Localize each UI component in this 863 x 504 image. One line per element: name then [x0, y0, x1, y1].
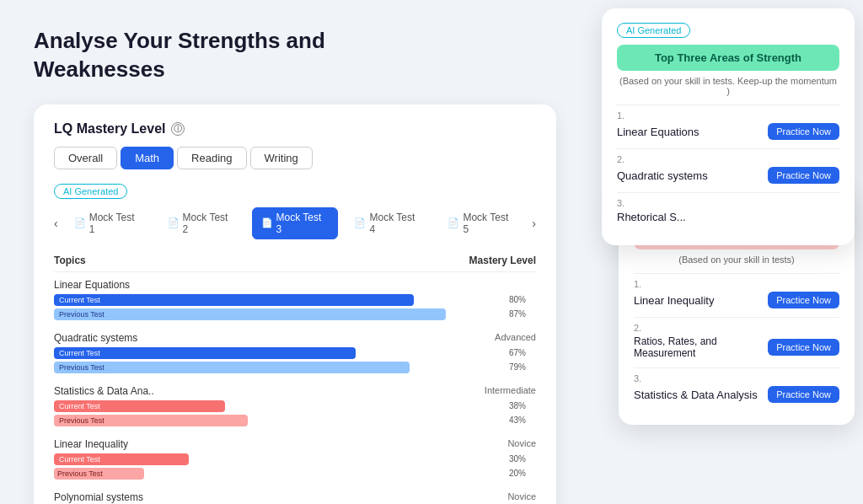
- list-item: 2. Quadratic systems Practice Now: [617, 154, 839, 184]
- subject-tabs: Overall Math Reading Writing: [54, 147, 536, 169]
- test-tab-4[interactable]: 📄 Mock Test 4: [345, 207, 432, 239]
- doc-icon-1: 📄: [74, 217, 86, 228]
- topic-level: Advanced: [495, 332, 536, 344]
- doc-icon-4: 📄: [354, 217, 366, 228]
- list-item: 1. Linear Equations Practice Now: [617, 110, 839, 140]
- list-item: 1. Linear Inequality Practice Now: [634, 279, 839, 308]
- strength-subtitle: (Based on your skill in tests. Keep-up t…: [617, 76, 839, 96]
- tab-reading[interactable]: Reading: [177, 147, 246, 169]
- ai-generated-badge: AI Generated: [54, 184, 127, 199]
- doc-icon-2: 📄: [168, 217, 180, 228]
- list-item: 3. Rhetorical S...: [617, 198, 839, 223]
- topic-level: Novice: [507, 491, 536, 503]
- mastery-table: Linear Equations Current Test 80%: [54, 279, 536, 504]
- previous-bar-row: Previous Test 87%: [54, 308, 536, 320]
- topic-level: Intermediate: [485, 385, 536, 397]
- tab-overall[interactable]: Overall: [54, 147, 117, 169]
- table-header: Topics Mastery Level: [54, 249, 536, 272]
- lq-mastery-title: LQ Mastery Level ⓘ: [54, 121, 536, 137]
- topic-level: Novice: [507, 438, 536, 450]
- test-tab-5[interactable]: 📄 Mock Test 5: [438, 207, 525, 239]
- item-number: 2.: [634, 323, 839, 333]
- topic-name: Linear Inequality: [54, 438, 128, 450]
- doc-icon-5: 📄: [448, 217, 459, 228]
- item-number: 3.: [617, 198, 839, 208]
- current-bar-row: Current Test 80%: [54, 294, 536, 306]
- next-test-arrow[interactable]: ›: [532, 217, 536, 230]
- item-number: 1.: [634, 279, 839, 289]
- topic-name: Polynomial systems: [54, 491, 143, 503]
- practice-now-button[interactable]: Practice Now: [768, 292, 839, 308]
- practice-now-button[interactable]: Practice Now: [768, 123, 839, 140]
- practice-now-button[interactable]: Practice Now: [768, 386, 839, 403]
- table-row: Quadratic systems Advanced Current Test …: [54, 332, 536, 373]
- item-name: Linear Inequality: [634, 294, 714, 307]
- list-item: 2. Ratios, Rates, and Measurement Practi…: [634, 323, 839, 359]
- item-name: Statistics & Data Analysis: [634, 389, 758, 401]
- previous-pct: 87%: [509, 309, 536, 319]
- strength-ai-badge: AI Generated: [617, 23, 690, 38]
- main-card: LQ Mastery Level ⓘ Overall Math Reading …: [34, 105, 556, 504]
- current-pct: 80%: [509, 295, 536, 304]
- item-number: 2.: [617, 154, 839, 164]
- practice-now-button[interactable]: Practice Now: [768, 167, 839, 184]
- topic-name: Linear Equations: [54, 279, 130, 291]
- item-name: Rhetorical S...: [617, 211, 686, 223]
- prev-test-arrow[interactable]: ‹: [54, 217, 58, 230]
- test-navigation: ‹ 📄 Mock Test 1 📄 Mock Test 2 📄 Mock Tes…: [54, 207, 536, 239]
- item-name: Ratios, Rates, and Measurement: [634, 335, 768, 359]
- weakness-subtitle: (Based on your skill in tests): [634, 255, 839, 265]
- item-number: 1.: [617, 110, 839, 121]
- test-tab-3[interactable]: 📄 Mock Test 3: [252, 207, 339, 239]
- table-row: Linear Inequality Novice Current Test 30…: [54, 438, 536, 480]
- table-row: Linear Equations Current Test 80%: [54, 279, 536, 320]
- table-row: Polynomial systems Novice Current Test 1…: [54, 491, 536, 504]
- test-tab-1[interactable]: 📄 Mock Test 1: [65, 207, 152, 239]
- strength-header: Top Three Areas of Strength: [617, 45, 839, 71]
- tab-math[interactable]: Math: [121, 147, 174, 169]
- item-name: Linear Equations: [617, 126, 700, 138]
- item-number: 3.: [634, 373, 839, 383]
- topic-name: Quadratic systems: [54, 332, 137, 344]
- topic-name: Statistics & Data Ana..: [54, 385, 154, 397]
- doc-icon-3: 📄: [261, 217, 273, 228]
- tab-writing[interactable]: Writing: [250, 147, 313, 169]
- list-item: 3. Statistics & Data Analysis Practice N…: [634, 373, 839, 403]
- table-row: Statistics & Data Ana.. Intermediate Cur…: [54, 385, 536, 426]
- test-tab-2[interactable]: 📄 Mock Test 2: [158, 207, 245, 239]
- strength-card: AI Generated Top Three Areas of Strength…: [602, 8, 855, 245]
- item-name: Quadratic systems: [617, 169, 708, 182]
- info-icon[interactable]: ⓘ: [171, 122, 185, 136]
- practice-now-button[interactable]: Practice Now: [768, 339, 839, 356]
